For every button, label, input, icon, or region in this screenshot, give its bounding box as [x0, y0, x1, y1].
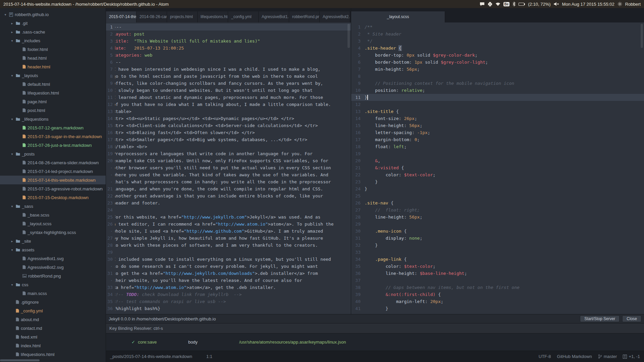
status-file-path[interactable]: _posts/2015-07-14-this-website.markdown: [110, 354, 192, 359]
tree-item-footer.html[interactable]: footer.html: [0, 45, 106, 54]
code-line[interactable]: 14<tr> <td><u>Static pages</u></td> <td>…: [106, 115, 351, 122]
be-badge[interactable]: Be: [503, 2, 510, 6]
tab-AgressiveBot2.svg[interactable]: AgressiveBot2.svg: [320, 11, 350, 22]
code-line[interactable]: 10 position: relative;: [351, 87, 644, 94]
code-line[interactable]: 10I slowly began to understand websites.…: [106, 87, 351, 94]
tree-item-_layouts[interactable]: ▾_layouts: [0, 71, 106, 80]
session-user-label[interactable]: Robbert: [625, 2, 641, 7]
tree-item-page.html[interactable]: page.html: [0, 97, 106, 106]
code-line[interactable]: 17<tr> <td>Smaller pages</td> <td>Big we…: [106, 136, 351, 143]
tree-item-_layout.scss[interactable]: _layout.scss: [0, 219, 106, 228]
tree-item-robbertRond.png[interactable]: robbertRond.png: [0, 272, 106, 280]
editor-markdown[interactable]: 1---2layout: post3title: "This Website (…: [106, 22, 351, 314]
code-line[interactable]: 39 &:not(:first-child) {: [351, 291, 644, 298]
tree-item-2015-07-14-led-project.markdown[interactable]: 2015-07-14-led-project.markdown: [0, 167, 106, 176]
code-line[interactable]: 9 // Positioning context for the mobile …: [351, 80, 644, 87]
tab-projects.html[interactable]: projects.html: [167, 11, 198, 22]
code-line[interactable]: 13<table>: [106, 108, 351, 115]
tree-item-_sass[interactable]: ▾_sass: [0, 202, 106, 210]
code-line[interactable]: 29: [106, 249, 351, 256]
chevron-down-icon[interactable]: ▾: [3, 13, 7, 16]
code-line[interactable]: 4date: 2015-07-13 21:00:25: [106, 45, 351, 52]
code-line[interactable]: 11I learned about static and dynamic pag…: [106, 94, 351, 101]
clock-label[interactable]: Mon Aug 17 2015 15:55:02: [562, 2, 614, 7]
tree-item-css[interactable]: ▾css: [0, 280, 106, 289]
code-line[interactable]: 12of you that have no idea what I am tal…: [106, 101, 351, 108]
chevron-down-icon[interactable]: ▾: [10, 39, 14, 43]
code-line[interactable]: 38 // Gaps between nav items, but not on…: [351, 284, 644, 291]
tree-item-_lifequestions[interactable]: ▾_lifequestions: [0, 115, 106, 123]
tree-item-lifequestions.html[interactable]: lifequestions.html: [0, 350, 106, 359]
code-line[interactable]: 7 min-height: 56px;: [351, 66, 644, 73]
bluetooth-icon[interactable]: [513, 2, 516, 6]
code-line[interactable]: 31to get the <a href="http://www.jekyllr…: [106, 270, 351, 277]
editor-scrollbar[interactable]: [347, 24, 350, 48]
code-line[interactable]: 27by how simple Jekyll is, how beautiful…: [106, 235, 351, 242]
tab-lifequestions.html[interactable]: lifequestions.html: [198, 11, 228, 22]
tree-item-header.html[interactable]: header.html: [0, 62, 106, 71]
code-line[interactable]: 33: [351, 249, 644, 256]
chevron-down-icon[interactable]: ▾: [10, 152, 14, 156]
tree-item-_base.scss[interactable]: _base.scss: [0, 210, 106, 219]
tree-item-robberth.github.io[interactable]: ▾robberth.github.io: [0, 10, 106, 19]
code-line[interactable]: 19Preprocessors are languages that write…: [106, 150, 351, 157]
tree-item-contact.md[interactable]: contact.md: [0, 324, 106, 333]
code-line[interactable]: 23header and footer.: [106, 199, 351, 206]
chevron-right-icon[interactable]: ▸: [10, 239, 14, 243]
code-line[interactable]: 24}: [351, 185, 644, 192]
tab-_config.yml[interactable]: _config.yml: [228, 11, 259, 22]
code-line[interactable]: 13.site-title {: [351, 108, 644, 115]
code-line[interactable]: 40 margin-left: 20px;: [351, 298, 644, 305]
tree-item-_site[interactable]: ▸_site: [0, 237, 106, 245]
code-line[interactable]: 20example take CSS variables. Until now,…: [106, 157, 351, 164]
tree-item-2015-07-15-agressive-robot.markdown[interactable]: 2015-07-15-agressive-robot.markdown: [0, 184, 106, 193]
code-line[interactable]: 33<a href="http://www.atom.io">atom</a>,…: [106, 284, 351, 291]
tree-item-_syntax-highlighting.scss[interactable]: _syntax-highlighting.scss: [0, 228, 106, 237]
code-line[interactable]: 16<tr> <td>Blazing fast</td> <td>Often s…: [106, 129, 351, 136]
code-line[interactable]: 21language, and when you're done, the co…: [106, 185, 351, 192]
tree-item-head.html[interactable]: head.html: [0, 54, 106, 62]
tree-item-_config.yml[interactable]: _config.yml: [0, 306, 106, 315]
code-line[interactable]: 9effects, like color-changing scrollbars…: [106, 80, 351, 87]
tree-item-AgressiveBot2.svg[interactable]: AgressiveBot2.svg: [0, 263, 106, 272]
network-icon[interactable]: [495, 2, 500, 6]
code-line[interactable]: ·where you used the variable. That kind …: [106, 171, 351, 178]
tree-item-main.scss[interactable]: main.scss: [0, 289, 106, 298]
close-panel-button[interactable]: Close: [622, 315, 641, 322]
code-line[interactable]: 31 display: none;: [351, 235, 644, 242]
code-line[interactable]: 30 .menu-icon {: [351, 228, 644, 235]
code-line[interactable]: 29: [351, 221, 644, 228]
tab-AgressiveBot1.svg[interactable]: AgressiveBot1.svg: [259, 11, 289, 22]
tree-item-.git[interactable]: ▸.git: [0, 19, 106, 27]
code-line[interactable]: 30I included some code to install everyt…: [106, 256, 351, 263]
code-line[interactable]: 37: [351, 277, 644, 284]
tree-horizontal-scrollbar[interactable]: [0, 359, 40, 361]
tree-item-_includes[interactable]: ▾_includes: [0, 36, 106, 45]
tree-item-2015-07-18-sugar-in-the-air.markdown[interactable]: 2015-07-18-sugar-in-the-air.markdown: [0, 132, 106, 141]
tree-item-about.md[interactable]: about.md: [0, 315, 106, 324]
code-line[interactable]: 20 &,: [351, 157, 644, 164]
chevron-down-icon[interactable]: ▾: [10, 204, 14, 208]
tree-item-AgressiveBot1.svg[interactable]: AgressiveBot1.svg: [0, 254, 106, 263]
gear-icon[interactable]: [618, 2, 622, 6]
status--1-1[interactable]: +1, -1: [623, 354, 640, 359]
editor-scrollbar[interactable]: [641, 24, 643, 48]
tree-item-default.html[interactable]: default.html: [0, 80, 106, 88]
chat-icon[interactable]: [480, 2, 485, 6]
code-line[interactable]: 32 }: [351, 242, 644, 249]
code-line[interactable]: 7I have been interested in webdesign sin…: [106, 66, 351, 73]
code-line[interactable]: 36 line-height: $base-line-height;: [351, 270, 644, 277]
status-cursor-position[interactable]: 1:1: [206, 354, 212, 359]
chevron-down-icon[interactable]: ▾: [10, 248, 14, 252]
tree-item-index.html[interactable]: index.html: [0, 341, 106, 350]
tree-item-_posts[interactable]: ▾_posts: [0, 149, 106, 158]
code-line[interactable]: 6---: [106, 59, 351, 66]
editor-scss[interactable]: 1/**2 * Site header3 */4.site-header {5 …: [351, 22, 644, 314]
code-line[interactable]: 19: [351, 150, 644, 157]
tree-item-2015-07-26-just-a-test.markdown[interactable]: 2015-07-26-just-a-test.markdown: [0, 141, 106, 149]
code-line[interactable]: 21 &:visited {: [351, 164, 644, 171]
code-line[interactable]: 5 border-top: 0px solid $grey-color-dark…: [351, 52, 644, 59]
tree-item-assets[interactable]: ▾assets: [0, 245, 106, 254]
code-line[interactable]: ·to do some research as I can't cover ev…: [106, 263, 351, 270]
printer-icon[interactable]: [488, 2, 492, 6]
